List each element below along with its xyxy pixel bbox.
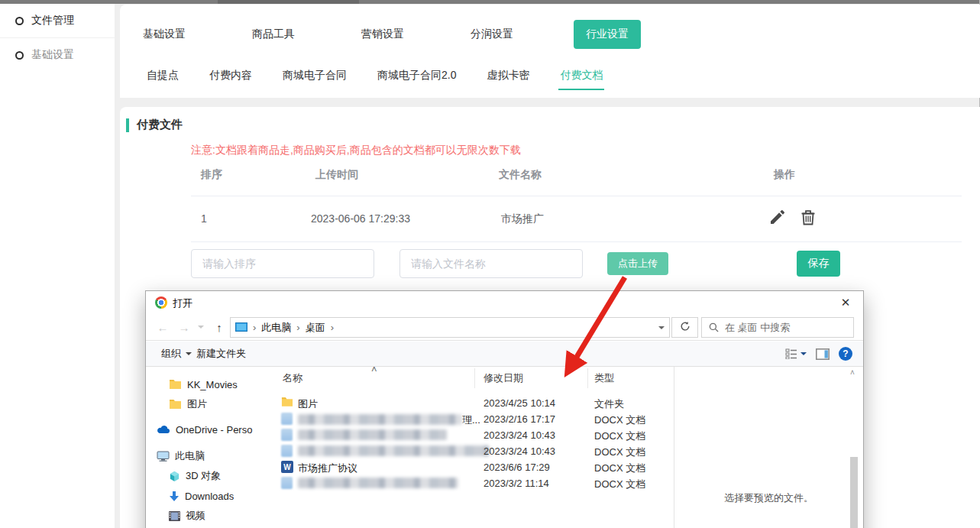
secondary-tab[interactable]: 商城电子合同 (281, 66, 348, 90)
new-folder-button[interactable]: 新建文件夹 (196, 342, 246, 366)
tree-item[interactable]: Downloads (146, 486, 272, 506)
notice-text: 注意:文档跟着商品走,商品购买后,商品包含的文档都可以无限次数下载 (191, 144, 521, 157)
blurred-text (298, 478, 458, 488)
column-type[interactable]: 类型 (594, 371, 614, 385)
primary-tab[interactable]: 营销设置 (355, 20, 410, 49)
file-modified-date: 2023/3/2 11:14 (484, 478, 549, 489)
primary-tab[interactable]: 商品工具 (246, 20, 301, 49)
file-type: 文件夹 (594, 397, 624, 411)
dialog-toolbar: 组织 新建文件夹 ? (146, 342, 863, 367)
blurred-text (298, 414, 462, 425)
dialog-title-bar[interactable]: 打开 ✕ (146, 291, 863, 314)
file-row[interactable]: 理... 2023/2/16 17:17 DOCX 文档 (272, 411, 674, 427)
edit-button[interactable] (768, 208, 788, 228)
save-button[interactable]: 保存 (797, 251, 840, 277)
order-input[interactable] (191, 249, 374, 278)
file-modified-date: 2023/3/24 10:43 (484, 429, 555, 441)
tree-item[interactable]: 3D 对象 (146, 466, 272, 486)
tree-item[interactable]: 此电脑 (146, 446, 272, 466)
column-modified-date[interactable]: 修改日期 (484, 371, 523, 385)
file-row[interactable]: 2023/3/2 11:14 DOCX 文档 (272, 475, 674, 491)
section-title: 付费文件 (137, 118, 183, 132)
back-button[interactable]: ← (154, 319, 172, 335)
onedrive-icon (157, 425, 170, 434)
up-button[interactable]: ↑ (210, 319, 228, 335)
history-dropdown-icon[interactable] (198, 326, 204, 332)
tree-item[interactable]: 视频 (146, 506, 272, 526)
file-list-header: ˄ 名称 修改日期 类型 (272, 368, 674, 387)
upload-button[interactable]: 点击上传 (607, 252, 668, 275)
cell-upload-time: 2023-06-06 17:29:33 (311, 212, 410, 225)
file-type: DOCX 文档 (594, 413, 645, 427)
file-type: DOCX 文档 (594, 462, 645, 475)
browser-top-strip (0, 0, 980, 4)
3d-objects-icon (169, 471, 180, 482)
breadcrumb-separator: › (325, 322, 339, 333)
sidebar-item[interactable]: 文件管理 (0, 4, 115, 38)
organize-button[interactable]: 组织 (161, 342, 192, 366)
file-row[interactable]: 2023/3/24 10:43 DOCX 文档 (272, 443, 674, 459)
secondary-tab[interactable]: 付费文档 (558, 66, 604, 90)
divider (191, 241, 962, 242)
secondary-tab[interactable]: 付费内容 (208, 66, 254, 90)
breadcrumb-this-pc[interactable]: 此电脑 (261, 321, 291, 335)
tree-item[interactable]: KK_Movies (146, 374, 272, 394)
file-name: 理... (298, 413, 480, 427)
word-document-icon: W (281, 461, 293, 473)
file-row[interactable]: 2023/3/24 10:43 DOCX 文档 (272, 427, 674, 443)
sidebar-item-label: 文件管理 (31, 14, 74, 28)
folder-icon (281, 397, 293, 407)
primary-tab[interactable]: 分润设置 (464, 20, 519, 49)
column-divider[interactable] (474, 368, 475, 388)
sort-ascending-icon: ˄ (371, 364, 377, 375)
downloads-icon (169, 491, 180, 502)
circle-icon (15, 17, 24, 25)
delete-button[interactable] (798, 208, 818, 228)
sidebar-item-label: 基础设置 (31, 48, 74, 62)
filename-input[interactable] (399, 249, 583, 278)
file-type: DOCX 文档 (594, 429, 645, 443)
blurred-document-icon (281, 477, 293, 489)
section-header: 付费文件 (126, 118, 183, 132)
column-name[interactable]: 名称 (283, 371, 302, 385)
file-modified-date: 2023/4/25 10:14 (484, 397, 555, 409)
sidebar-item[interactable]: 基础设置 (0, 38, 115, 72)
chevron-down-icon (800, 352, 807, 358)
tree-item-label: 视频 (186, 509, 205, 523)
forward-button[interactable]: → (175, 319, 193, 335)
breadcrumb-desktop[interactable]: 桌面 (306, 321, 325, 335)
preview-pane-button[interactable] (816, 348, 830, 360)
divider (191, 196, 962, 196)
search-input[interactable]: 在 桌面 中搜索 (701, 317, 854, 338)
column-divider[interactable] (587, 368, 588, 388)
refresh-button[interactable] (671, 317, 698, 338)
file-row[interactable]: W 市场推广协议 2023/6/6 17:29 DOCX 文档 (272, 459, 674, 475)
view-mode-button[interactable] (785, 348, 807, 359)
tree-item[interactable]: 图片 (146, 394, 272, 414)
blurred-document-icon (281, 429, 293, 441)
dialog-navigation-bar: ← → ↑ › 此电脑 › 桌面 › 在 桌面 中搜索 (146, 314, 863, 341)
pencil-icon (768, 208, 787, 226)
secondary-tab[interactable]: 自提点 (145, 66, 180, 90)
chevron-down-icon (186, 352, 192, 358)
primary-tab[interactable]: 行业设置 (574, 20, 641, 49)
secondary-tab[interactable]: 商城电子合同2.0 (376, 66, 458, 90)
address-bar[interactable]: › 此电脑 › 桌面 › (230, 317, 670, 338)
file-row[interactable]: 图片 2023/4/25 10:14 文件夹 (272, 395, 674, 411)
search-icon (709, 322, 719, 332)
secondary-tab[interactable]: 虚拟卡密 (485, 66, 531, 90)
file-type: DOCX 文档 (594, 478, 645, 491)
file-modified-date: 2023/6/6 17:29 (484, 462, 550, 473)
primary-tab-bar: 基础设置商品工具营销设置分润设置行业设置 (137, 20, 641, 49)
folder-icon (169, 399, 182, 410)
trash-icon (799, 208, 817, 226)
primary-tab[interactable]: 基础设置 (137, 20, 192, 49)
cell-order: 1 (201, 212, 207, 225)
file-open-dialog: 打开 ✕ ← → ↑ › 此电脑 › 桌面 › 在 桌面 中搜索 组织 新 (145, 290, 864, 528)
tree-item[interactable]: OneDrive - Perso (146, 419, 272, 439)
address-dropdown-icon[interactable] (658, 326, 665, 332)
close-button[interactable]: ✕ (830, 291, 862, 313)
help-button[interactable]: ? (839, 347, 852, 361)
blurred-text (298, 429, 447, 440)
file-rows: 图片 2023/4/25 10:14 文件夹 理... 2023/2/16 17… (272, 395, 674, 491)
